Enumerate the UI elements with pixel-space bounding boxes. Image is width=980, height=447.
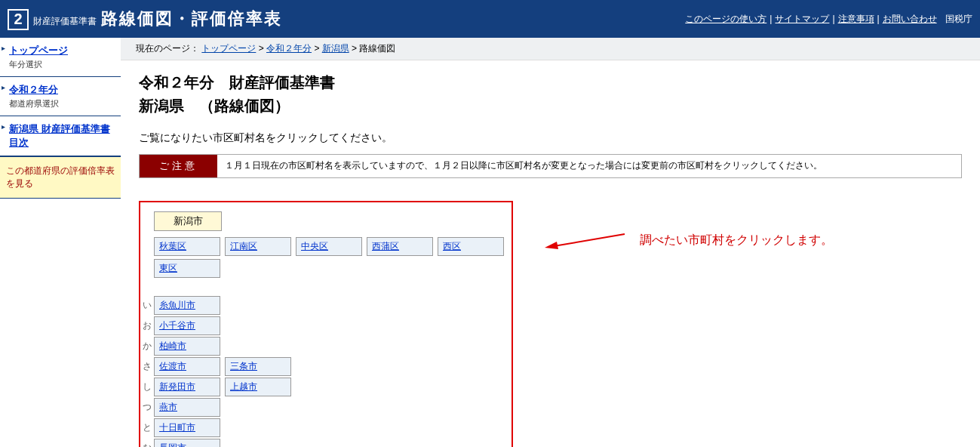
sidebar-item-pref[interactable]: 新潟県 財産評価基準書目次: [0, 116, 121, 156]
ward-cell[interactable]: 西蒲区: [367, 237, 433, 256]
city-link[interactable]: 柏崎市: [159, 341, 186, 351]
kana-row: と十日町市: [140, 418, 504, 437]
city-link[interactable]: 燕市: [159, 402, 177, 412]
city-cell[interactable]: 柏崎市: [154, 337, 220, 356]
kana-row: さ佐渡市三条市: [140, 357, 504, 376]
ward-cell[interactable]: 東区: [154, 259, 220, 278]
sidebar-link[interactable]: 新潟県 財産評価基準書目次: [9, 123, 110, 148]
city-cell[interactable]: 新発田市: [154, 378, 220, 396]
city-link[interactable]: 上越市: [230, 381, 257, 392]
breadcrumb-link[interactable]: 新潟県: [322, 43, 349, 54]
notice-text: １月１日現在の市区町村名を表示していますので、１月２日以降に市区町村名が変更とな…: [217, 155, 830, 177]
ward-link[interactable]: 江南区: [230, 241, 257, 251]
kana-label: お: [140, 319, 154, 332]
breadcrumb-prefix: 現在のページ：: [136, 43, 199, 54]
notice-box: ご注意 １月１日現在の市区町村名を表示していますので、１月２日以降に市区町村名が…: [139, 154, 962, 178]
city-link[interactable]: 三条市: [230, 361, 257, 371]
city-link[interactable]: 佐渡市: [159, 361, 186, 371]
kana-label: か: [140, 340, 154, 353]
sidebar-link[interactable]: 令和２年分: [9, 84, 58, 95]
sidebar-highlight-link[interactable]: この都道府県の評価倍率表を見る: [6, 165, 115, 189]
kana-row: い糸魚川市: [140, 296, 504, 315]
sidebar: トップページ 年分選択 令和２年分 都道府県選択 新潟県 財産評価基準書目次 こ…: [0, 38, 121, 447]
city-cell[interactable]: 三条市: [225, 357, 291, 376]
header-links: このページの使い方 | サイトマップ | 注意事項 | お問い合わせ 国税庁: [685, 13, 972, 26]
kana-row: つ燕市: [140, 398, 504, 417]
kana-label: さ: [140, 360, 154, 373]
instruction-text: ご覧になりたい市区町村名をクリックしてください。: [139, 131, 962, 145]
breadcrumb: 現在のページ： トップページ > 令和２年分 > 新潟県 > 路線価図: [121, 38, 980, 60]
kana-label: つ: [140, 401, 154, 414]
link-sitemap[interactable]: サイトマップ: [775, 13, 829, 26]
kana-row: か柏崎市: [140, 337, 504, 356]
sidebar-sublabel: 年分選択: [9, 59, 115, 70]
notice-label: ご注意: [140, 155, 217, 177]
city-link[interactable]: 十日町市: [159, 422, 195, 433]
link-usage[interactable]: このページの使い方: [685, 13, 766, 26]
breadcrumb-link[interactable]: トップページ: [201, 43, 256, 54]
arrow-icon: [543, 231, 626, 249]
kana-row: お小千谷市: [140, 316, 504, 335]
ward-link[interactable]: 西区: [443, 241, 461, 251]
sidebar-item-top[interactable]: トップページ 年分選択: [0, 38, 121, 77]
kana-label: と: [140, 421, 154, 434]
link-contact[interactable]: お問い合わせ: [883, 13, 937, 26]
kana-label: し: [140, 381, 154, 393]
link-notes[interactable]: 注意事項: [838, 13, 874, 26]
page-title-2: 新潟県 （路線価図）: [139, 96, 962, 116]
site-header: 2 財産評価基準書 路線価図・評価倍率表 このページの使い方 | サイトマップ …: [0, 0, 980, 38]
municipality-box: 新潟市 秋葉区江南区中央区西蒲区西区 東区 い糸魚川市お小千谷市か柏崎市さ佐渡市…: [139, 201, 513, 447]
city-cell[interactable]: 糸魚川市: [154, 296, 220, 315]
city-header: 新潟市: [154, 211, 222, 231]
ward-link[interactable]: 秋葉区: [159, 241, 186, 251]
city-link[interactable]: 新発田市: [159, 381, 195, 392]
ward-link[interactable]: 西蒲区: [372, 241, 399, 251]
ward-link[interactable]: 中央区: [301, 241, 328, 251]
city-link[interactable]: 糸魚川市: [159, 300, 195, 310]
callout-text: 調べたい市町村をクリックします。: [640, 233, 833, 248]
city-cell[interactable]: 佐渡市: [154, 357, 220, 376]
page-title-1: 令和２年分 財産評価基準書: [139, 72, 962, 93]
ward-cell[interactable]: 秋葉区: [154, 237, 220, 256]
city-cell[interactable]: 燕市: [154, 398, 220, 417]
city-link[interactable]: 長岡市: [159, 442, 186, 447]
city-cell[interactable]: 小千谷市: [154, 316, 220, 335]
city-link[interactable]: 小千谷市: [159, 320, 195, 331]
breadcrumb-current: 路線価図: [359, 43, 395, 54]
svg-marker-1: [545, 242, 558, 249]
city-cell[interactable]: 上越市: [225, 378, 291, 396]
header-title: 路線価図・評価倍率表: [101, 8, 282, 30]
kana-row: し新発田市上越市: [140, 378, 504, 396]
ward-cell[interactable]: 江南区: [225, 237, 291, 256]
ward-cell[interactable]: 西区: [438, 237, 504, 256]
logo-number: 2: [8, 9, 29, 30]
city-cell[interactable]: 長岡市: [154, 439, 220, 447]
header-subtitle: 財産評価基準書: [33, 15, 97, 28]
sidebar-sublabel: 都道府県選択: [9, 98, 115, 109]
kana-row: な長岡市: [140, 439, 504, 447]
city-cell[interactable]: 十日町市: [154, 418, 220, 437]
kana-label: い: [140, 299, 154, 312]
callout: 調べたい市町村をクリックします。: [543, 231, 833, 249]
kana-label: な: [140, 442, 154, 447]
svg-line-0: [554, 234, 625, 246]
ward-cell[interactable]: 中央区: [296, 237, 362, 256]
agency-name: 国税庁: [945, 13, 972, 26]
sidebar-item-year[interactable]: 令和２年分 都道府県選択: [0, 77, 121, 116]
sidebar-highlight[interactable]: この都道府県の評価倍率表を見る: [0, 156, 121, 199]
sidebar-link[interactable]: トップページ: [9, 45, 68, 56]
breadcrumb-link[interactable]: 令和２年分: [266, 43, 312, 54]
ward-link[interactable]: 東区: [159, 263, 177, 273]
